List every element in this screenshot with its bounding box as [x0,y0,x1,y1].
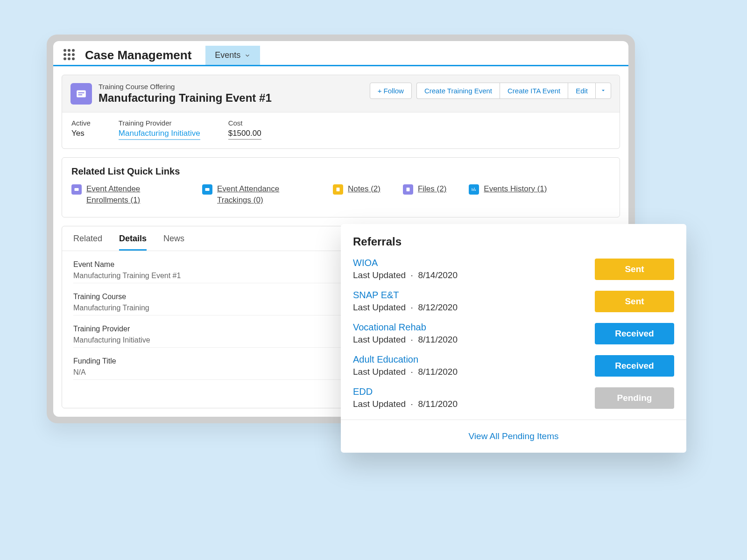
referral-item: Vocational Rehab Last Updated · 8/11/202… [341,318,686,350]
field-label: Active [71,119,91,127]
tab-details[interactable]: Details [119,234,147,251]
field-value: Yes [71,129,91,138]
training-provider-link[interactable]: Manufacturing Initiative [119,129,200,140]
referral-name-link[interactable]: SNAP E&T [353,290,458,301]
record-type-label: Training Course Offering [99,83,272,91]
svg-rect-4 [205,188,210,191]
nav-tab-events-label: Events [215,50,240,60]
status-badge: Sent [595,259,674,280]
follow-button[interactable]: + Follow [370,83,412,99]
referral-item: Adult Education Last Updated · 8/11/2020… [341,350,686,383]
detail-training-provider: Training Provider Manufacturing Initiati… [73,325,362,348]
detail-label: Event Name [73,260,362,269]
referral-item: EDD Last Updated · 8/11/2020 Pending [341,383,686,415]
create-training-event-button[interactable]: Create Training Event [416,83,500,99]
app-title: Case Management [85,48,191,63]
tab-related[interactable]: Related [73,234,102,251]
record-header-left: Training Course Offering Manufacturing T… [70,83,272,105]
quick-link-files[interactable]: Files (2) [403,183,446,206]
quick-links-row: Event Attendee Enrollments (1) Event Att… [71,183,610,206]
status-badge: Sent [595,291,674,312]
svg-rect-6 [406,188,409,191]
referral-item: WIOA Last Updated · 8/14/2020 Sent [341,254,686,286]
svg-rect-1 [78,92,85,93]
svg-rect-2 [78,94,83,95]
quick-link-events-history[interactable]: Events History (1) [469,183,547,206]
quick-link-event-attendee-enrollments[interactable]: Event Attendee Enrollments (1) [71,183,180,206]
quick-link-label: Files (2) [418,183,446,195]
referrals-panel: Referrals WIOA Last Updated · 8/14/2020 … [341,224,686,453]
referrals-heading: Referrals [341,235,686,254]
tab-news[interactable]: News [163,234,184,251]
record-actions: + Follow Create Training Event Create IT… [365,83,611,99]
file-icon [403,184,413,195]
history-icon [469,184,479,195]
detail-label: Training Course [73,293,362,301]
card-icon [202,184,212,195]
detail-value: Manufacturing Training Event #1 [73,272,362,280]
referral-name-link[interactable]: Vocational Rehab [353,322,458,333]
topbar: Case Management Events [53,41,628,66]
field-cost: Cost $1500.00 [228,119,261,140]
edit-button[interactable]: Edit [568,83,595,99]
referral-item: SNAP E&T Last Updated · 8/12/2020 Sent [341,286,686,318]
referral-subtext: Last Updated · 8/12/2020 [353,302,458,313]
quick-link-notes[interactable]: Notes (2) [333,183,381,206]
record-action-group: Create Training Event Create ITA Event E… [416,83,611,99]
record-title: Manufacturing Training Event #1 [99,91,272,105]
svg-rect-0 [77,90,86,97]
quick-link-label: Event Attendance Trackings (0) [217,183,310,206]
referral-subtext: Last Updated · 8/14/2020 [353,270,458,280]
app-launcher-icon[interactable] [63,49,77,62]
quick-links-heading: Related List Quick Links [71,166,610,177]
field-value: $1500.00 [228,129,261,140]
more-actions-button[interactable] [595,83,611,99]
referral-subtext: Last Updated · 8/11/2020 [353,335,458,345]
record-header-top: Training Course Offering Manufacturing T… [62,75,620,112]
field-label: Cost [228,119,261,127]
referral-name-link[interactable]: Adult Education [353,354,458,365]
detail-value: Manufacturing Training [73,304,362,312]
status-badge: Pending [595,387,674,409]
referral-subtext: Last Updated · 8/11/2020 [353,367,458,377]
field-label: Training Provider [119,119,200,127]
detail-label: Funding Title [73,357,362,365]
status-badge: Received [595,355,674,377]
svg-rect-3 [75,188,79,191]
chevron-down-icon [244,52,251,59]
field-active: Active Yes [71,119,91,140]
view-all-pending-link[interactable]: View All Pending Items [469,431,559,441]
referral-subtext: Last Updated · 8/11/2020 [353,399,458,409]
quick-link-event-attendance-trackings[interactable]: Event Attendance Trackings (0) [202,183,310,206]
referral-name-link[interactable]: EDD [353,386,458,397]
record-header: Training Course Offering Manufacturing T… [62,75,620,149]
card-icon [71,184,82,195]
quick-link-label: Notes (2) [348,183,381,195]
quick-link-label: Event Attendee Enrollments (1) [86,183,180,206]
caret-down-icon [600,88,606,93]
detail-value: N/A [73,368,362,377]
detail-label: Training Provider [73,325,362,333]
detail-training-course: Training Course Manufacturing Training [73,293,362,315]
quick-link-label: Events History (1) [484,183,547,195]
svg-rect-5 [337,188,340,191]
note-icon [333,184,343,195]
referral-name-link[interactable]: WIOA [353,258,458,268]
detail-event-name: Event Name Manufacturing Training Event … [73,260,362,283]
related-list-quick-links: Related List Quick Links Event Attendee … [62,157,620,217]
create-ita-event-button[interactable]: Create ITA Event [500,83,568,99]
nav-tab-events[interactable]: Events [205,46,260,65]
record-type-icon [70,83,92,105]
field-training-provider: Training Provider Manufacturing Initiati… [119,119,200,140]
record-highlight-fields: Active Yes Training Provider Manufacturi… [62,112,620,148]
status-badge: Received [595,323,674,344]
referrals-footer: View All Pending Items [341,420,686,453]
detail-value: Manufacturing Initiative [73,336,362,344]
detail-funding-title: Funding Title N/A [73,357,362,380]
